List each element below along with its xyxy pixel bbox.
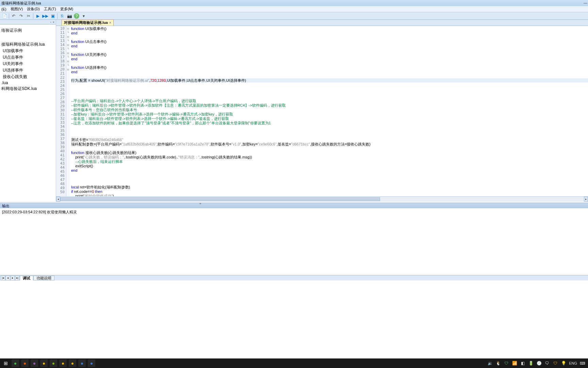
taskbar-app-icon[interactable]: ● [12,359,19,367]
tree-item[interactable]: 接收心跳失败 [0,74,56,80]
bottom-tabbar: |◂ ◂ ▸ ▸| 调试 功能说明 [0,275,588,280]
start-button[interactable]: ⊞ [2,359,10,367]
tab-label: 对接瑞科网络验证示例.lua [64,20,108,25]
toolbar-run-icon[interactable]: ▶ [35,13,41,19]
toolbar-stop-icon[interactable]: ▣ [50,13,56,19]
tray-bulb-icon[interactable]: 💡 [561,361,566,366]
tray-volume-icon[interactable]: 🔉 [487,361,493,366]
menu-view[interactable]: 视图(V) [11,6,23,12]
tree-item[interactable]: UI关闭事件 [0,61,56,67]
toolbar-camera-icon[interactable]: 📷 [66,13,72,19]
toolbar-cut-icon[interactable]: ✂ [26,13,32,19]
taskbar-app-icon[interactable]: ● [21,359,29,367]
output-header: 输出 [0,203,588,208]
tray-battery-icon[interactable]: 🔋 [528,361,534,366]
sidebar-pin-icon[interactable]: ▫ [50,20,51,24]
tray-chat-icon[interactable]: 🗨 [544,361,550,366]
scroll-thumb[interactable] [60,197,380,201]
tray-language[interactable]: ENG [569,361,577,365]
project-tree: 络验证示例 接瑞科网络验证示例.lua UI加载事件 UI点击事件 UI关闭事件… [0,25,56,92]
tree-item[interactable]: 接瑞科网络验证示例.lua [0,41,56,48]
bottom-tab-help[interactable]: 功能说明 [33,276,54,280]
tabnav-prev-icon[interactable]: ◂ [5,276,10,280]
scroll-right-icon[interactable]: ▸ [584,197,588,202]
horizontal-scrollbar[interactable]: ◂ ▸ [56,196,588,201]
taskbar-app-icon[interactable]: ● [59,359,67,367]
menu-tools[interactable]: 工具(T) [44,6,56,12]
tray-panel-icon[interactable]: ◧ [520,361,525,366]
tray-qq-icon[interactable]: 🐧 [495,361,501,366]
tray-shield-icon[interactable]: 🛡 [504,361,509,366]
taskbar-app-icon[interactable]: ● [50,359,57,367]
tree-item[interactable]: UI点击事件 [0,54,56,61]
code-editor[interactable]: 10 11 12 13 14 15 16 17 18 19 20 21 22 2… [56,26,588,196]
taskbar-app-icon[interactable]: ● [69,359,76,367]
tabnav-next-icon[interactable]: ▸ [10,276,15,280]
tray-clock-icon[interactable]: 🕗 [536,361,542,366]
sidebar-close-icon[interactable]: × [53,20,54,24]
menu-more[interactable]: 更多(M) [60,6,74,12]
editor-area: 对接瑞科网络验证示例.lua × 10 11 12 13 14 15 16 17… [56,20,588,201]
tree-item[interactable]: .lua [0,80,56,86]
toolbar-redo-icon[interactable]: ↷ [18,13,24,19]
fold-column[interactable]: ⊟ └ ⊟ └ ⊟ └ ⊟ └ ⊟ └ ⊟ [66,26,70,196]
window-title: 接瑞科网络验证示例.lua [1,1,41,6]
tray-wifi-icon[interactable]: 📶 [512,361,517,366]
taskbar-app-icon[interactable]: ● [40,359,48,367]
tree-root[interactable]: 络验证示例 [0,27,56,34]
taskbar-app-icon[interactable]: ● [88,359,95,367]
menu-device[interactable]: 设备(D) [27,6,39,12]
system-tray: 🔉 🐧 🛡 📶 ◧ 🔋 🕗 🗨 🛡 💡 ENG ⌨ [487,361,588,366]
tree-item[interactable]: UI选择事件 [0,67,56,74]
toolbar-new-icon[interactable]: 📄 [1,13,7,19]
line-gutter: 10 11 12 13 14 15 16 17 18 19 20 21 22 2… [56,26,66,196]
minimize-button[interactable]: — [584,1,587,5]
output-line: [2022:03:29-03:54:22:828] 欢迎使用懒人精灵 [2,210,586,215]
window-buttons: — [584,1,587,5]
tray-ime-icon[interactable]: ⌨ [580,361,585,366]
bottom-tab-debug[interactable]: 调试 [20,276,33,280]
toolbar-run2-icon[interactable]: ▶▶ [42,13,48,19]
tray-security-icon[interactable]: 🛡 [553,361,558,366]
tab-close-icon[interactable]: × [109,21,111,25]
tabnav-first-icon[interactable]: |◂ [1,276,5,280]
splitter-icon: ÷ [199,202,201,205]
output-panel[interactable]: [2022:03:29-03:54:22:828] 欢迎使用懒人精灵 [0,208,588,275]
toolbar-undo-icon[interactable]: ↶ [11,13,17,19]
editor-tab[interactable]: 对接瑞科网络验证示例.lua × [62,19,114,26]
menubar: (E) 视图(V) 设备(D) 工具(T) 更多(M) [0,6,588,12]
scroll-left-icon[interactable]: ◂ [56,197,60,202]
toolbar-help-icon[interactable]: ? [74,13,79,19]
titlebar: 接瑞科网络验证示例.lua — [0,0,588,6]
code-content[interactable]: function UI加载事件() end function UI点击事件() … [70,26,588,196]
sidebar-toolbar: ▫ × [0,20,56,25]
tabbar: 对接瑞科网络验证示例.lua × [56,20,588,26]
taskbar-app-icon[interactable]: ● [78,359,86,367]
toolbar-dropdown-icon[interactable]: ▾ [81,13,87,19]
menu-edit[interactable]: (E) [1,7,6,11]
taskbar-app-icon[interactable]: ● [31,359,38,367]
toolbar: 📄 ↶ ↷ ✂ ▶ ▶▶ ▣ ⎘ 📷 ? ▾ [0,12,588,20]
tree-item[interactable]: 科网络验证SDK.lua [0,86,56,92]
toolbar-ss-icon[interactable]: ⎘ [59,13,65,19]
tabnav-last-icon[interactable]: ▸| [15,276,20,280]
sidebar: ▫ × 络验证示例 接瑞科网络验证示例.lua UI加载事件 UI点击事件 UI… [0,20,56,201]
tree-item[interactable]: UI加载事件 [0,48,56,54]
taskbar: ⊞●●●●●●●●● 🔉 🐧 🛡 📶 ◧ 🔋 🕗 🗨 🛡 💡 ENG ⌨ [0,358,588,368]
